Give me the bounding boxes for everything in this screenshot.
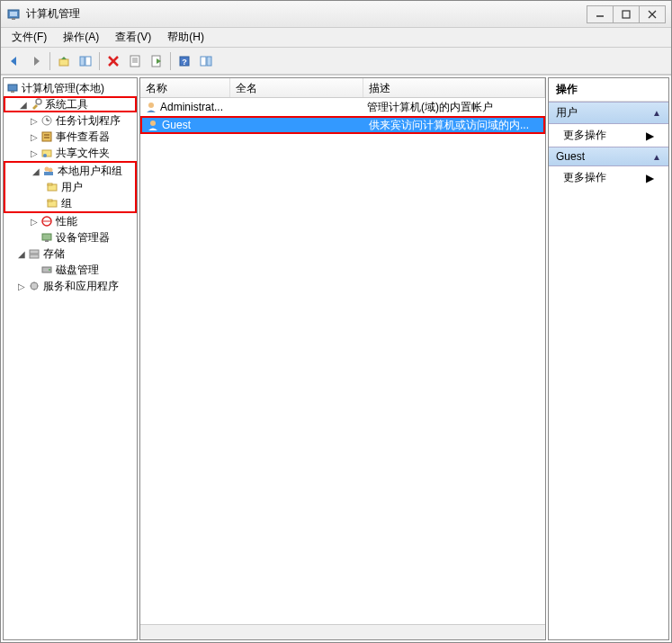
submenu-icon: ▶: [646, 172, 654, 184]
item-label: 更多操作: [563, 128, 606, 143]
svg-rect-38: [48, 200, 52, 201]
svg-rect-4: [623, 11, 630, 18]
svg-point-47: [31, 282, 38, 290]
expand-icon[interactable]: ▷: [29, 116, 40, 126]
col-fullname[interactable]: 全名: [230, 78, 363, 97]
separator: [49, 52, 50, 70]
device-icon: [40, 230, 54, 245]
performance-icon: [40, 214, 54, 228]
services-icon: [27, 279, 41, 293]
tree-disk-management[interactable]: 磁盘管理: [4, 262, 137, 278]
actions-title: 操作: [549, 78, 668, 102]
back-button[interactable]: [4, 51, 24, 71]
expand-icon[interactable]: ▷: [29, 132, 40, 142]
minimize-button[interactable]: [587, 5, 614, 23]
event-icon: [40, 129, 54, 144]
svg-rect-12: [130, 56, 139, 67]
tree-label: 本地用户和组: [58, 164, 122, 179]
folder-icon: [45, 180, 59, 194]
cell-description: 供来宾访问计算机或访问域的内...: [365, 118, 543, 133]
collapse-icon[interactable]: ◢: [18, 100, 29, 110]
list-rows[interactable]: Administrat... 管理计算机(域)的内置帐户 Guest 供来宾访问…: [140, 98, 545, 624]
expand-icon[interactable]: ▷: [29, 217, 40, 227]
export-button[interactable]: [147, 51, 166, 71]
svg-rect-41: [42, 234, 51, 240]
tree-device-manager[interactable]: 设备管理器: [4, 229, 137, 246]
forward-button[interactable]: [26, 51, 46, 71]
tree-panel[interactable]: 计算机管理(本地) ◢ 系统工具 ▷ 任务计划程序 ▷ 事件查看器 ▷ 共享文件…: [3, 77, 138, 640]
tree-services-apps[interactable]: ▷ 服务和应用程序: [4, 278, 137, 294]
svg-rect-8: [80, 57, 85, 66]
svg-rect-21: [8, 85, 17, 91]
list-row-administrator[interactable]: Administrat... 管理计算机(域)的内置帐户: [140, 98, 545, 116]
tree-label: 性能: [56, 214, 77, 229]
menu-help[interactable]: 帮助(H): [160, 28, 211, 47]
tree-label: 用户: [61, 180, 83, 195]
svg-rect-36: [48, 183, 52, 185]
list-row-guest[interactable]: Guest 供来宾访问计算机或访问域的内...: [140, 116, 545, 134]
users-icon: [41, 164, 56, 178]
tree-performance[interactable]: ▷ 性能: [4, 213, 137, 229]
tree-users[interactable]: 用户: [5, 179, 135, 195]
tree-root[interactable]: 计算机管理(本地): [4, 80, 137, 96]
menu-view[interactable]: 查看(V): [108, 28, 158, 47]
col-description[interactable]: 描述: [363, 78, 545, 97]
actions-section-users[interactable]: 用户 ▲: [549, 102, 668, 124]
tree-label: 存储: [43, 246, 65, 262]
help-button[interactable]: ?: [175, 51, 194, 71]
svg-point-33: [49, 168, 53, 173]
menu-action[interactable]: 操作(A): [56, 28, 106, 47]
tools-icon: [29, 97, 43, 112]
separator: [99, 52, 100, 70]
svg-rect-27: [42, 132, 51, 141]
svg-point-23: [36, 99, 41, 104]
svg-point-46: [49, 269, 50, 271]
show-hide-action-button[interactable]: [196, 51, 216, 71]
tree-system-tools[interactable]: ◢ 系统工具: [4, 96, 137, 112]
tree-storage[interactable]: ◢ 存储: [4, 246, 137, 262]
maximize-button[interactable]: [613, 5, 640, 23]
menu-file[interactable]: 文件(F): [4, 28, 54, 47]
collapse-icon[interactable]: ◢: [16, 249, 27, 259]
tree-task-scheduler[interactable]: ▷ 任务计划程序: [4, 112, 137, 129]
svg-text:?: ?: [182, 58, 187, 67]
toolbar: ?: [1, 48, 671, 75]
expand-icon[interactable]: ▷: [29, 148, 40, 158]
show-hide-tree-button[interactable]: [76, 51, 95, 71]
horizontal-scrollbar[interactable]: [140, 624, 545, 639]
cell-description: 管理计算机(域)的内置帐户: [363, 100, 545, 115]
expand-icon[interactable]: ▷: [16, 281, 27, 291]
tree-groups[interactable]: 组: [5, 195, 135, 211]
list-header: 名称 全名 描述: [140, 78, 545, 98]
clock-icon: [40, 113, 54, 128]
collapse-icon[interactable]: ◢: [31, 166, 41, 176]
svg-rect-1: [10, 12, 17, 16]
delete-button[interactable]: [103, 51, 123, 71]
section-label: Guest: [556, 150, 585, 163]
properties-button[interactable]: [125, 51, 145, 71]
svg-point-49: [150, 121, 156, 126]
share-icon: [40, 146, 54, 160]
actions-panel: 操作 用户 ▲ 更多操作 ▶ Guest ▲ 更多操作 ▶: [548, 77, 669, 640]
svg-rect-34: [44, 172, 53, 175]
tree-local-users-groups[interactable]: ◢ 本地用户和组: [5, 163, 135, 179]
item-label: 更多操作: [563, 170, 606, 185]
window-controls: [587, 5, 666, 23]
actions-more-users[interactable]: 更多操作 ▶: [549, 124, 668, 147]
tree-label: 磁盘管理: [56, 263, 99, 278]
body-area: 计算机管理(本地) ◢ 系统工具 ▷ 任务计划程序 ▷ 事件查看器 ▷ 共享文件…: [1, 75, 671, 642]
app-icon: [6, 7, 21, 22]
storage-icon: [27, 246, 41, 261]
close-button[interactable]: [639, 5, 666, 23]
collapse-icon: ▲: [652, 108, 661, 118]
col-name[interactable]: 名称: [140, 78, 230, 97]
actions-section-guest[interactable]: Guest ▲: [549, 147, 668, 166]
svg-rect-2: [12, 18, 15, 20]
actions-more-guest[interactable]: 更多操作 ▶: [549, 166, 668, 189]
tree-shared-folders[interactable]: ▷ 共享文件夹: [4, 145, 137, 161]
up-button[interactable]: [54, 51, 74, 71]
window-title: 计算机管理: [26, 6, 587, 22]
svg-rect-22: [11, 91, 14, 93]
tree-event-viewer[interactable]: ▷ 事件查看器: [4, 129, 137, 145]
svg-rect-42: [45, 240, 49, 242]
